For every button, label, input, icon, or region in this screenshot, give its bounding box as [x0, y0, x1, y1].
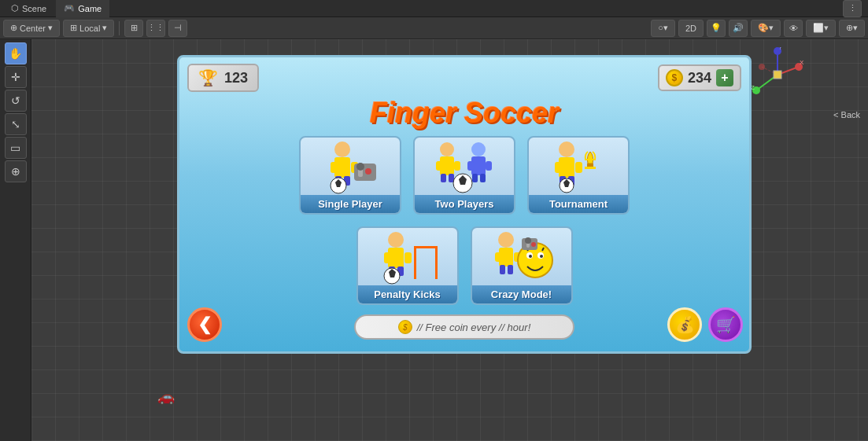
crazy-mode-image [472, 232, 571, 283]
left-sidebar: ✋ ✛ ↺ ⤡ ▭ ⊕ [0, 39, 31, 441]
svg-rect-28 [441, 174, 446, 182]
render-dropdown[interactable]: 🎨▾ [751, 20, 781, 37]
svg-rect-57 [414, 246, 438, 248]
notification-bar: $ // Free coin every // hour! [354, 314, 574, 340]
back-button[interactable]: < Back [833, 110, 860, 119]
tournament-button[interactable]: Tournament [527, 136, 630, 215]
chevron-down-icon-2: ▾ [102, 23, 107, 33]
notif-coin-icon: $ [398, 320, 412, 334]
coin-score: $ 234 + [658, 64, 741, 91]
svg-rect-41 [575, 162, 582, 173]
single-player-button[interactable]: Single Player [299, 136, 401, 215]
grid-toggle[interactable]: ⊞ [124, 20, 143, 37]
modes-row-1: Single Player [203, 136, 726, 215]
svg-rect-8 [774, 71, 781, 79]
svg-rect-58 [435, 246, 438, 279]
svg-point-3 [759, 64, 765, 70]
svg-rect-51 [404, 252, 412, 263]
svg-point-48 [388, 232, 404, 248]
svg-point-69 [540, 255, 543, 258]
snap-toggle[interactable]: ⋮⋮ [146, 20, 165, 37]
svg-text:X: X [800, 59, 804, 66]
svg-point-72 [525, 237, 531, 244]
score-bar: 🏆 123 $ 234 + [187, 64, 741, 92]
svg-rect-56 [414, 246, 416, 279]
tournament-label: Tournament [529, 195, 628, 213]
pivot-icon: ⊕ [10, 23, 17, 33]
coin-icon: $ [666, 69, 683, 86]
add-coins-button[interactable]: + [716, 69, 733, 86]
scale-tool-button[interactable]: ⤡ [5, 113, 27, 135]
single-player-image [301, 141, 400, 193]
light-icon-btn[interactable]: 💡 [707, 20, 726, 37]
crazy-mode-button[interactable]: Crazy Mode! [471, 226, 573, 305]
rotate-tool-button[interactable]: ↺ [5, 90, 27, 112]
transform-tool-button[interactable]: ⊕ [5, 160, 27, 182]
two-players-image [415, 141, 514, 193]
svg-point-73 [531, 242, 536, 247]
tab-game[interactable]: 🎮 Game [56, 0, 109, 17]
penalty-kicks-label: Penalty Kicks [358, 285, 457, 303]
svg-point-30 [471, 142, 486, 156]
trophy-score: 🏆 123 [187, 64, 259, 92]
modes-row-2: Penalty Kicks [203, 226, 726, 305]
modes-grid: Single Player [203, 136, 726, 317]
separator-1 [119, 21, 120, 35]
back-nav-button[interactable]: ❮ [187, 307, 222, 342]
svg-rect-46 [587, 164, 593, 167]
svg-rect-26 [436, 161, 442, 171]
layers-dropdown[interactable]: ⊕▾ [839, 20, 865, 37]
svg-rect-63 [500, 265, 505, 274]
rect-tool-button[interactable]: ▭ [5, 137, 27, 159]
sphere-dropdown[interactable]: ○▾ [651, 20, 675, 37]
svg-rect-32 [467, 161, 474, 171]
svg-point-12 [334, 141, 350, 157]
svg-rect-27 [454, 161, 460, 171]
tab-bar: ⬡ Scene 🎮 Game ⋮ [0, 0, 868, 17]
chevron-down-icon: ▾ [48, 23, 53, 33]
scene-icon: ⬡ [11, 3, 19, 13]
single-player-label: Single Player [301, 195, 400, 213]
notification-text: // Free coin every // hour! [417, 322, 531, 333]
svg-rect-34 [472, 174, 478, 182]
audio-btn[interactable]: 🔊 [729, 20, 748, 37]
penalty-kicks-button[interactable]: Penalty Kicks [356, 226, 459, 305]
svg-point-22 [356, 163, 364, 171]
two-players-button[interactable]: Two Players [413, 136, 515, 215]
svg-rect-40 [555, 162, 562, 173]
svg-rect-14 [331, 162, 338, 173]
gizmo-toggle[interactable]: ⊣ [168, 20, 187, 37]
move-tool-button[interactable]: ✛ [5, 66, 27, 88]
svg-rect-50 [384, 252, 391, 263]
svg-rect-47 [585, 167, 596, 169]
eye-btn[interactable]: 👁 [784, 20, 803, 37]
game-panel: 🏆 123 $ 234 + Finger Soccer [177, 55, 752, 354]
tab-scene[interactable]: ⬡ Scene [3, 0, 54, 17]
svg-rect-61 [495, 252, 501, 262]
3d-gizmo: X Y Z [750, 47, 805, 102]
display-dropdown[interactable]: ⬜▾ [806, 20, 836, 37]
svg-point-24 [440, 142, 454, 156]
hand-tool-button[interactable]: ✋ [5, 42, 27, 64]
coin-nav-button[interactable]: 💰 [667, 307, 702, 342]
center-dropdown[interactable]: ⊕ Center ▾ [3, 20, 60, 37]
game-icon: 🎮 [64, 3, 75, 13]
viewport: X Y Z < Back 🏆 123 $ 234 + Finger Soccer [31, 39, 868, 441]
more-options-button[interactable]: ⋮ [843, 0, 862, 17]
two-players-label: Two Players [415, 195, 514, 213]
svg-rect-35 [480, 174, 486, 182]
svg-point-59 [498, 232, 514, 248]
shop-button[interactable]: 🛒 [708, 307, 743, 342]
penalty-kicks-image [358, 232, 457, 283]
svg-point-68 [529, 255, 532, 258]
svg-rect-64 [508, 265, 513, 274]
svg-point-38 [559, 141, 574, 157]
local-dropdown[interactable]: ⊞ Local ▾ [63, 20, 114, 37]
coord-icon: ⊞ [70, 23, 77, 33]
crazy-mode-label: Crazy Mode! [472, 285, 571, 303]
2d-toggle[interactable]: 2D [678, 20, 704, 37]
main-toolbar: ⊕ Center ▾ ⊞ Local ▾ ⊞ ⋮⋮ ⊣ ○▾ 2D 💡 🔊 🎨▾… [0, 17, 868, 39]
svg-rect-33 [486, 161, 492, 171]
game-title: Finger Soccer [179, 97, 749, 130]
tournament-image [529, 141, 628, 193]
